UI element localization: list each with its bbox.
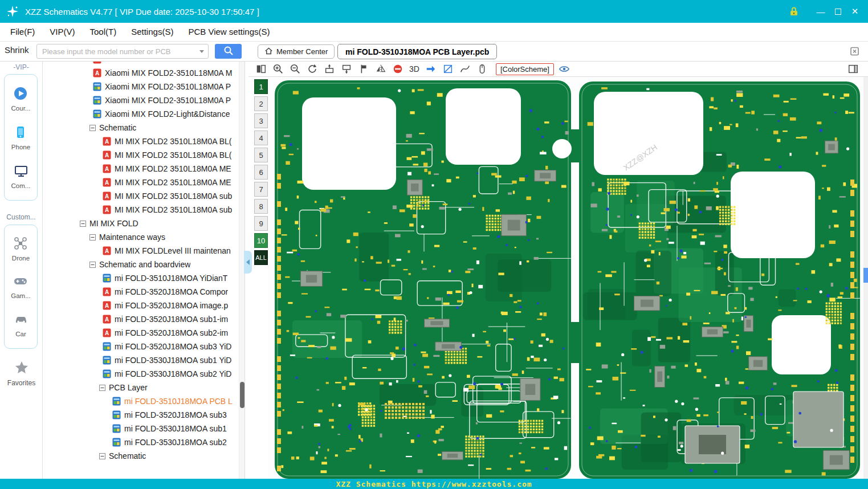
tree-folder[interactable]: Schematic (43, 121, 244, 135)
sidebar-item-drone[interactable]: Drone (12, 236, 30, 262)
sidebar-item-favorites[interactable]: Favorites (0, 360, 43, 387)
collapse-expander-icon[interactable] (99, 453, 105, 459)
flip-horizontal-icon[interactable] (374, 62, 388, 76)
tree-item[interactable]: AXiaomi MIX FOLD2-3510L18M0A M (43, 66, 244, 80)
crop-measure-icon[interactable] (441, 62, 455, 76)
maximize-button[interactable] (829, 0, 846, 23)
collapse-expander-icon[interactable] (89, 234, 96, 241)
zoom-out-icon[interactable] (288, 62, 302, 76)
search-button[interactable] (215, 44, 242, 59)
tree-item[interactable]: mi FOLD-3530J18MOA sub2 YiD (43, 367, 244, 381)
tree-item[interactable]: mi FOLD-3520J18MOA sub3 YiD (43, 340, 244, 353)
menu-item-tool[interactable]: Tool(T) (83, 23, 124, 41)
threed-view-button[interactable]: 3D (408, 64, 421, 74)
eye-icon[interactable] (557, 62, 571, 76)
tree-folder[interactable]: Maintenance ways (43, 230, 244, 244)
window-title: XZZ Schematics V4.77 [ VIP Due date: 202… (25, 7, 259, 17)
tree-folder[interactable]: Schematic (43, 449, 244, 463)
collapse-expander-icon[interactable] (89, 262, 96, 268)
sidebar-item-phone[interactable]: Phone (11, 125, 30, 150)
search-input[interactable] (36, 44, 209, 59)
tree-item[interactable]: mi FOLD-3530J18MOA sub2 (43, 435, 244, 449)
bottom-layer-icon[interactable] (340, 62, 353, 76)
car-icon (14, 312, 28, 329)
tree-item[interactable]: AMI MIX FOLD2 3510L18M0A ME (43, 176, 244, 189)
tree-item[interactable]: AMI MIX FOLDLevel III maintenan (43, 244, 244, 258)
tree-item[interactable]: Ami FOLD-3520J18MOA image.p (43, 299, 244, 312)
pcb-board[interactable]: XZZ@XZH (268, 77, 863, 479)
layer-button-6[interactable]: 6 (254, 165, 268, 180)
sidebar-item-label: Phone (11, 144, 30, 150)
tree-item[interactable]: Xiaomi MIX FOLD2-3510L18M0A P (43, 93, 244, 107)
tree-item[interactable]: Ami FOLD-3520J18MOA sub1-im (43, 312, 244, 326)
layer-button-9[interactable]: 9 (254, 216, 268, 231)
layer-button-10[interactable]: 10 (254, 233, 268, 248)
dropdown-caret-icon[interactable] (199, 50, 204, 53)
tree-item[interactable]: mi FOLD-3530J18MOA sub1 (43, 422, 244, 435)
tree-item-label: MI MIX FOLDLevel III maintenan (115, 246, 231, 255)
layer-button-4[interactable]: 4 (254, 131, 268, 145)
layer-button-8[interactable]: 8 (254, 199, 268, 214)
tree-item[interactable]: Xiaomi MIX FOLD2-Light&Distance (43, 107, 244, 121)
tree-item[interactable]: AMI MIX FOLD2 3510L18M0A sub (43, 189, 244, 203)
tree-item[interactable]: AMI MIX FOLD2 3510L18M0A BL( (43, 135, 244, 148)
sidebar-item-course[interactable]: Cour... (11, 86, 31, 112)
sidebar-item-computer[interactable]: Com... (11, 164, 31, 189)
tree-item[interactable]: Ami FOLD-3520J18MOA sub2-im (43, 326, 244, 340)
tree-folder[interactable]: Schematic and boardview (43, 258, 244, 271)
colorscheme-button[interactable]: [ColorScheme] (496, 63, 554, 75)
layer-button-7[interactable]: 7 (254, 182, 268, 197)
canvas-scrollbar[interactable] (863, 77, 868, 479)
sidebar-item-car[interactable]: Car (14, 312, 28, 337)
layer-button-1[interactable]: 1 (254, 79, 268, 94)
boardview-file-icon (103, 342, 111, 351)
canvas-scrollbar-thumb[interactable] (863, 268, 868, 283)
tree-item[interactable]: Xiaomi MIX FOLD2-3510L18M0A P (43, 80, 244, 93)
member-center-button[interactable]: Member Center (258, 44, 335, 59)
curve-icon[interactable] (458, 62, 472, 76)
no-entry-icon[interactable] (391, 62, 405, 76)
layer-button-2[interactable]: 2 (254, 96, 268, 111)
tree-item[interactable]: A (43, 62, 244, 66)
blue-arrow-icon[interactable] (424, 62, 438, 76)
menu-item-pcb-view-settings[interactable]: PCB View settings(S) (181, 23, 277, 41)
tree-item-label: mi FOLD-3510J18MOA PCB L (124, 397, 233, 406)
minimize-button[interactable]: — (812, 0, 829, 23)
tree-item[interactable]: AMI MIX FOLD2 3510L18M0A ME (43, 162, 244, 176)
sidebar-item-game[interactable]: Gam... (11, 274, 31, 299)
mouse-icon[interactable] (475, 62, 489, 76)
tree-folder[interactable]: PCB Layer (43, 381, 244, 394)
shrink-button[interactable]: Shrink (5, 45, 29, 55)
tree-item[interactable]: Ami FOLD-3520J18MOA Compor (43, 285, 244, 299)
collapse-panel-handle[interactable] (244, 251, 252, 274)
tree-item[interactable]: AMI MIX FOLD2 3510L18M0A BL( (43, 148, 244, 162)
collapse-expander-icon[interactable] (99, 385, 105, 391)
tree-item[interactable]: mi FOLD-3510J18MOA YiDianT (43, 271, 244, 285)
pin-flag-icon[interactable] (357, 62, 370, 76)
collapse-expander-icon[interactable] (89, 125, 96, 131)
close-view-icon[interactable] (850, 47, 860, 56)
tree-item[interactable]: mi FOLD-3520J18MOA sub3 (43, 408, 244, 422)
svg-text:A: A (105, 303, 109, 309)
menu-item-file[interactable]: File(F) (3, 23, 42, 41)
panel-layout-icon[interactable] (846, 62, 860, 76)
top-layer-icon[interactable] (323, 62, 336, 76)
tree-scrollbar-thumb[interactable] (240, 382, 244, 408)
tree-item[interactable]: mi FOLD-3530J18MOA sub1 YiD (43, 353, 244, 367)
svg-text:A: A (95, 70, 99, 76)
layer-button-3[interactable]: 3 (254, 113, 268, 128)
layer-button-all[interactable]: ALL (254, 250, 268, 265)
zoom-in-icon[interactable] (271, 62, 285, 76)
close-button[interactable]: ✕ (846, 0, 863, 23)
tree-folder[interactable]: MI MIX FOLD (43, 217, 244, 230)
layer-button-5[interactable]: 5 (254, 148, 268, 162)
menu-item-settings[interactable]: Settings(S) (124, 23, 181, 41)
split-view-icon[interactable] (254, 62, 268, 76)
refresh-icon[interactable] (305, 62, 319, 76)
pcb-canvas-area: XZZ@XZH (268, 77, 863, 479)
collapse-expander-icon[interactable] (80, 221, 86, 227)
tree-item[interactable]: AMI MIX FOLD2 3510L18M0A sub (43, 203, 244, 217)
tree-item[interactable]: mi FOLD-3510J18MOA PCB L (43, 394, 244, 408)
menu-item-vip[interactable]: VIP(V) (42, 23, 82, 41)
pcb-file-tab[interactable]: mi FOLD-3510J18MOA PCB Layer.pcb (337, 44, 497, 59)
